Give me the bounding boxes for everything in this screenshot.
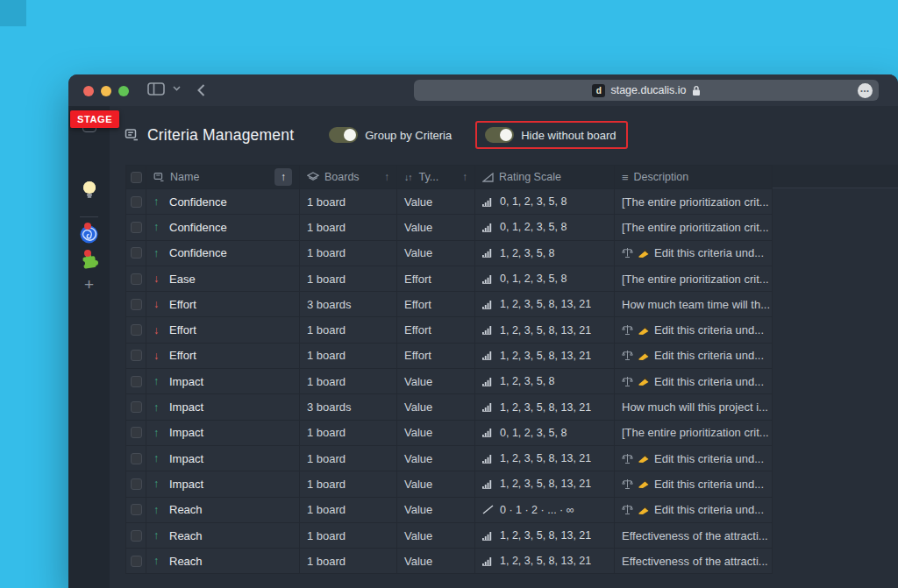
sidebar-add-button[interactable]: + — [68, 278, 110, 292]
table-row[interactable]: ↑Confidence1 boardValue0, 1, 2, 3, 5, 8[… — [126, 214, 772, 239]
direction-up-icon: ↑ — [153, 427, 166, 439]
back-button-icon[interactable] — [197, 84, 205, 96]
row-checkbox[interactable] — [131, 401, 142, 413]
description-text: Effectiveness of the attracti... — [622, 529, 768, 542]
rating-scale-values: 0, 1, 2, 3, 5, 8 — [500, 221, 567, 233]
boards-count: 1 board — [307, 426, 346, 439]
writing-hand-icon — [638, 478, 650, 489]
chevron-down-icon[interactable] — [173, 86, 181, 91]
rating-scale-cell: 1, 2, 3, 5, 8, 13, 21 — [475, 292, 615, 316]
column-header-name[interactable]: Name ↑ — [146, 166, 300, 188]
row-checkbox[interactable] — [131, 478, 142, 490]
select-all-checkbox[interactable] — [131, 172, 142, 183]
direction-down-icon: ↓ — [153, 350, 166, 362]
rating-scale-cell: 0, 1, 2, 3, 5, 8 — [475, 421, 615, 445]
boards-count: 1 board — [307, 323, 346, 337]
row-checkbox[interactable] — [131, 530, 142, 542]
column-header-boards[interactable]: Boards ↑ — [300, 166, 397, 188]
row-checkbox[interactable] — [131, 324, 142, 336]
table-row[interactable]: ↑Impact3 boardsValue1, 2, 3, 5, 8, 13, 2… — [126, 393, 772, 419]
table-row[interactable]: ↑Confidence1 boardValue1, 2, 3, 5, 8Edit… — [126, 240, 772, 266]
hide-without-board-toggle[interactable] — [485, 127, 514, 143]
criteria-name: Reach — [169, 555, 203, 568]
rating-scale-values: 0 · 1 · 2 · ... · ∞ — [500, 504, 574, 516]
direction-down-icon: ↓ — [153, 298, 166, 310]
rating-scale-cell: 0, 1, 2, 3, 5, 8 — [475, 215, 615, 239]
close-window-button[interactable] — [83, 86, 94, 96]
row-select-cell — [126, 498, 146, 522]
name-cell: ↑Confidence — [146, 241, 300, 266]
row-select-cell — [126, 549, 146, 573]
column-header-description[interactable]: ≡ Description — [615, 166, 773, 188]
name-cell: ↑Impact — [146, 421, 300, 445]
window-controls — [83, 86, 129, 96]
table-row[interactable]: ↑Reach1 boardValue1, 2, 3, 5, 8, 13, 21E… — [126, 548, 772, 573]
boards-count: 1 board — [307, 555, 346, 568]
rating-scale-values: 0, 1, 2, 3, 5, 8 — [500, 427, 567, 439]
table-row[interactable]: ↑Impact1 boardValue1, 2, 3, 5, 8Edit thi… — [126, 368, 772, 393]
address-bar[interactable]: d stage.ducalis.io ••• — [414, 80, 879, 101]
rating-scale-values: 0, 1, 2, 3, 5, 8 — [500, 273, 567, 285]
row-checkbox[interactable] — [131, 299, 142, 310]
sidebar-divider — [80, 216, 98, 217]
plus-icon: + — [84, 278, 94, 292]
table-row[interactable]: ↑Impact1 boardValue1, 2, 3, 5, 8, 13, 21… — [126, 471, 772, 496]
table-row[interactable]: ↓Ease1 boardEffort0, 1, 2, 3, 5, 8[The e… — [126, 266, 772, 291]
table-row[interactable]: ↑Reach1 boardValue1, 2, 3, 5, 8, 13, 21E… — [126, 522, 772, 548]
table-row[interactable]: ↑Confidence1 boardValue0, 1, 2, 3, 5, 8[… — [126, 188, 772, 214]
row-checkbox[interactable] — [131, 427, 142, 438]
group-by-criteria-control: Group by Criteria — [329, 127, 452, 143]
criteria-name: Reach — [169, 529, 203, 542]
boards-cell: 1 board — [300, 317, 397, 342]
boards-cell: 1 board — [300, 189, 397, 214]
table-row[interactable]: ↑Reach1 boardValue0 · 1 · 2 · ... · ∞Edi… — [126, 497, 772, 522]
page-title: Criteria Management — [147, 126, 294, 145]
boards-cell: 1 board — [300, 421, 397, 445]
column-header-rating-scale[interactable]: Rating Scale — [475, 166, 615, 188]
minimize-window-button[interactable] — [101, 86, 111, 96]
row-checkbox[interactable] — [131, 247, 142, 259]
row-checkbox[interactable] — [131, 273, 142, 285]
description-cell: Edit this criteria und... — [615, 344, 773, 368]
boards-count: 3 boards — [307, 400, 352, 414]
row-checkbox[interactable] — [131, 376, 142, 387]
boards-icon — [307, 172, 319, 182]
sort-icon: ↑ — [462, 171, 467, 183]
criteria-name: Ease — [169, 273, 196, 286]
row-checkbox[interactable] — [131, 222, 142, 233]
sort-asc-button[interactable]: ↑ — [274, 168, 292, 186]
bar-chart-icon — [482, 531, 494, 541]
criteria-name: Confidence — [169, 195, 227, 209]
description-cell: Edit this criteria und... — [615, 317, 773, 342]
row-checkbox[interactable] — [131, 196, 142, 208]
boards-count: 1 board — [307, 529, 346, 542]
name-cell: ↑Reach — [146, 549, 300, 573]
column-header-type[interactable]: ↓↑ Ty... ↑ — [397, 166, 475, 188]
row-checkbox[interactable] — [131, 556, 142, 567]
description-text: Edit this criteria und... — [654, 323, 764, 337]
row-checkbox[interactable] — [131, 453, 142, 464]
sidebar-item-ideas[interactable] — [68, 180, 110, 199]
table-row[interactable]: ↓Effort1 boardEffort1, 2, 3, 5, 8, 13, 2… — [126, 343, 772, 368]
sidebar-toggle-icon[interactable] — [147, 82, 165, 96]
table-row[interactable]: ↓Effort1 boardEffort1, 2, 3, 5, 8, 13, 2… — [126, 316, 772, 342]
group-by-criteria-toggle[interactable] — [329, 127, 358, 143]
row-select-cell — [126, 523, 146, 548]
type-cell: Value — [397, 394, 475, 419]
zoom-window-button[interactable] — [118, 86, 129, 96]
page-menu-icon[interactable]: ••• — [858, 83, 873, 98]
criteria-type: Value — [404, 246, 432, 259]
row-checkbox[interactable] — [131, 350, 142, 361]
table-row[interactable]: ↓Effort3 boardsEffort1, 2, 3, 5, 8, 13, … — [126, 291, 772, 316]
sidebar-item-board-puzzle[interactable] — [68, 252, 110, 271]
table-row[interactable]: ↑Impact1 boardValue1, 2, 3, 5, 8, 13, 21… — [126, 445, 772, 471]
red-annotation-box: Hide without board — [475, 121, 627, 149]
row-select-cell — [126, 215, 146, 239]
row-checkbox[interactable] — [131, 504, 142, 515]
row-select-cell — [126, 241, 146, 266]
table-row[interactable]: ↑Impact1 boardValue0, 1, 2, 3, 5, 8[The … — [126, 420, 772, 445]
name-cell: ↑Impact — [146, 471, 300, 496]
rating-scale-cell: 1, 2, 3, 5, 8, 13, 21 — [475, 317, 615, 342]
sidebar-item-board-spiral[interactable] — [68, 225, 110, 244]
rating-scale-values: 1, 2, 3, 5, 8, 13, 21 — [500, 350, 591, 362]
